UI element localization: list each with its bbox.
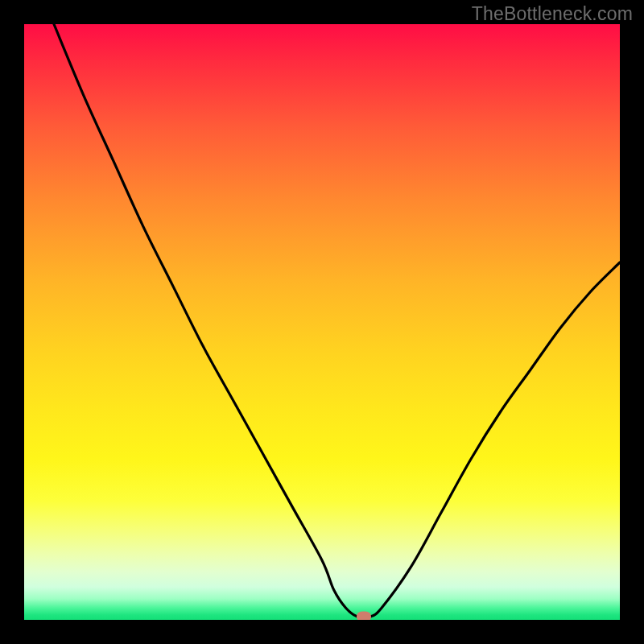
plot-area: [24, 24, 620, 620]
chart-frame: TheBottleneck.com: [0, 0, 644, 644]
watermark-text: TheBottleneck.com: [472, 3, 633, 25]
bottleneck-curve: [24, 24, 620, 620]
optimal-point-marker: [357, 612, 371, 620]
